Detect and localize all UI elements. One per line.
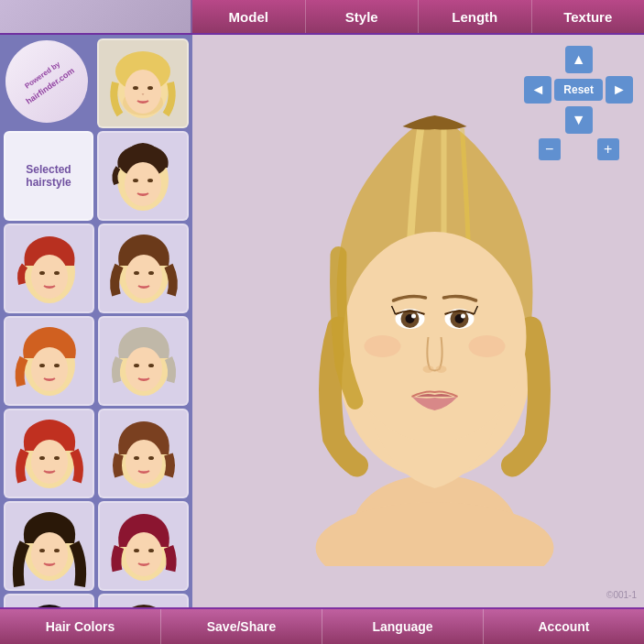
thumbnail-7[interactable] [4,409,94,498]
svg-point-18 [148,271,154,275]
tab-texture[interactable]: Texture [532,0,645,33]
svg-point-14 [54,271,60,275]
svg-point-65 [435,366,446,373]
svg-point-25 [134,364,139,367]
svg-point-28 [31,440,68,484]
svg-point-67 [468,335,505,357]
thumbnail-11[interactable] [4,594,94,607]
nav-right-button[interactable]: ► [606,76,633,104]
svg-point-42 [148,549,154,552]
svg-point-17 [134,271,139,275]
selected-hairstyle-label: Selected hairstyle [4,131,93,221]
thumbnail-6[interactable] [98,316,189,406]
svg-point-13 [39,271,45,275]
sidebar: Powered by hairfinder.com [0,35,192,607]
bottom-nav-account[interactable]: Account [484,609,644,644]
svg-point-38 [54,549,60,552]
thumbnail-4[interactable] [98,224,189,313]
svg-point-9 [133,179,138,182]
svg-point-26 [148,364,154,367]
thumbnail-2[interactable] [97,131,189,221]
thumbnail-12[interactable] [98,594,189,607]
thumbnail-5[interactable] [4,316,94,406]
logo-badge: Powered by hairfinder.com [4,38,93,128]
svg-point-37 [39,549,45,552]
svg-point-29 [39,456,45,460]
svg-point-22 [54,364,60,367]
watermark: ©001-1 [606,590,637,600]
svg-point-20 [31,347,68,391]
svg-point-36 [31,532,68,576]
svg-point-4 [133,86,138,90]
svg-point-62 [411,314,416,319]
svg-point-3 [125,70,161,114]
thumbnail-10[interactable] [98,501,189,591]
tab-style[interactable]: Style [306,0,420,33]
svg-point-63 [461,314,465,319]
svg-point-12 [31,255,68,299]
bottom-nav-save-share[interactable]: Save/Share [161,609,322,644]
svg-point-66 [364,335,400,357]
tab-model[interactable]: Model [192,0,306,33]
thumbnail-1[interactable] [97,38,189,128]
logo-text: Powered by hairfinder.com [10,49,83,115]
svg-point-55 [343,232,526,442]
svg-point-40 [126,532,162,576]
svg-point-21 [39,364,45,367]
bottom-nav-language[interactable]: Language [322,609,484,644]
zoom-in-button[interactable]: + [597,138,619,160]
svg-point-41 [134,549,139,552]
svg-point-53 [315,502,553,566]
top-nav: Model Style Length Texture [192,0,644,33]
thumbnail-3[interactable] [4,224,94,313]
svg-point-5 [147,86,153,90]
svg-point-34 [148,456,154,460]
svg-point-16 [126,255,162,299]
svg-point-8 [125,162,161,206]
main-content: ▲ ◄ Reset ► ▼ − + [192,35,644,607]
svg-point-33 [134,456,139,460]
svg-point-30 [54,456,60,460]
svg-point-32 [126,440,162,484]
bottom-nav-hair-colors[interactable]: Hair Colors [0,609,161,644]
model-display [274,53,595,566]
svg-point-64 [422,366,433,373]
svg-point-24 [126,347,162,391]
svg-point-10 [147,179,153,182]
thumbnail-9[interactable] [4,501,94,591]
tab-length[interactable]: Length [419,0,532,33]
bottom-nav: Hair Colors Save/Share Language Account [0,607,644,644]
thumbnail-8[interactable] [98,409,189,498]
